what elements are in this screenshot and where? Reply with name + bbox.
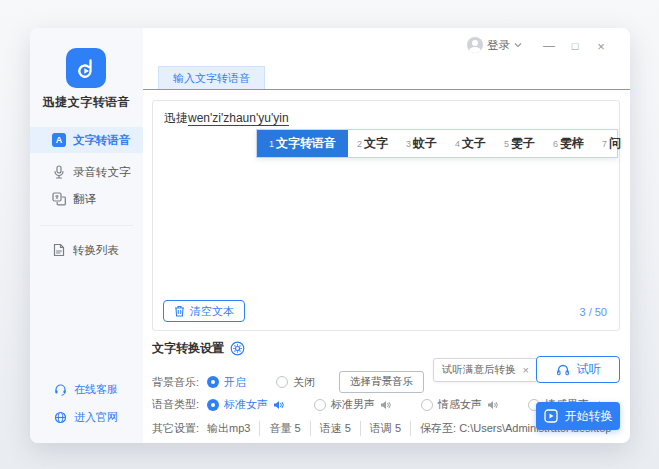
bgm-option-on[interactable]: 开启 [207, 375, 246, 390]
bgm-option-off[interactable]: 关闭 [276, 375, 315, 390]
candidate-text: 文字转语音 [276, 135, 336, 152]
sidebar-item-label: 转换列表 [73, 243, 119, 258]
sidebar-link-customer-service[interactable]: 在线客服 [30, 378, 143, 400]
candidate-index: 6 [553, 139, 558, 149]
sidebar-link-official-site[interactable]: 进入官网 [30, 406, 143, 428]
app-title: 迅捷文字转语音 [30, 94, 143, 111]
voice-option-emotional-female[interactable]: 情感女声 [421, 397, 498, 412]
close-button[interactable]: × [592, 37, 610, 55]
globe-icon [54, 411, 67, 424]
candidate-index: 2 [357, 139, 362, 149]
microphone-icon [52, 165, 66, 179]
listen-button[interactable]: 试听 [536, 356, 620, 383]
ime-candidate[interactable]: 6 雯梓 [544, 130, 593, 157]
chevron-down-icon [514, 42, 522, 48]
sidebar-item-label: 文字转语音 [73, 133, 131, 148]
play-icon [544, 409, 558, 423]
avatar [467, 37, 483, 53]
ime-candidate[interactable]: 7 问 [593, 130, 630, 157]
ime-composition: wen'zi'zhaun'yu'yin [188, 111, 289, 126]
convert-list-icon [52, 243, 66, 257]
candidate-text: 雯子 [511, 135, 535, 152]
sidebar-link-label: 进入官网 [74, 410, 118, 425]
sidebar: 迅捷文字转语音 A 文字转语音 录音转文字 翻译 [30, 28, 143, 443]
editor-text: 迅捷wen'zi'zhaun'yu'yin [164, 110, 289, 127]
output-format-value: 输出mp3 [207, 421, 250, 436]
voice-option-standard-male[interactable]: 标准男声 [314, 397, 391, 412]
pitch-value: 语调 5 [360, 421, 401, 436]
text-to-speech-icon: A [52, 133, 66, 147]
candidate-text: 蚊子 [413, 135, 437, 152]
candidate-text: 文子 [462, 135, 486, 152]
ime-candidate[interactable]: 3 蚊子 [397, 130, 446, 157]
ime-candidate-window: 1 文字转语音 2 文字 3 蚊子 4 文子 5 雯子 6 雯梓 [256, 129, 618, 158]
ime-candidate[interactable]: 4 文子 [446, 130, 495, 157]
choose-bgm-button[interactable]: 选择背景音乐 [339, 371, 424, 393]
settings-title: 文字转换设置 [152, 340, 224, 357]
candidate-index: 1 [269, 139, 274, 149]
sidebar-divider [40, 225, 133, 226]
bgm-row: 背景音乐: 开启 关闭 选择背景音乐 [152, 371, 424, 393]
candidate-text: 雯梓 [560, 135, 584, 152]
voice-label: 语音类型: [152, 397, 199, 412]
titlebar: 登录 — □ × [143, 28, 630, 62]
convert-button-label: 开始转换 [565, 408, 613, 425]
candidate-text: 问 [609, 135, 621, 152]
volume-value: 音量 5 [259, 421, 300, 436]
voice-option-standard-female[interactable]: 标准女声 [207, 397, 284, 412]
char-counter: 3 / 50 [579, 306, 607, 318]
radio-on-icon[interactable] [207, 399, 219, 411]
sidebar-item-speech-to-text[interactable]: 录音转文字 [30, 159, 143, 185]
radio-off-icon[interactable] [421, 399, 433, 411]
clear-text-label: 清空文本 [190, 304, 234, 319]
sidebar-item-label: 翻译 [73, 192, 96, 207]
sidebar-item-translate[interactable]: 翻译 [30, 186, 143, 212]
sidebar-item-label: 录音转文字 [73, 165, 131, 180]
text-editor[interactable]: 迅捷wen'zi'zhaun'yu'yin 1 文字转语音 2 文字 3 蚊子 … [152, 100, 620, 331]
tooltip-text: 试听满意后转换 [442, 363, 516, 377]
trash-icon [174, 305, 185, 317]
ime-candidate[interactable]: 1 文字转语音 [257, 130, 348, 157]
candidate-index: 7 [602, 139, 607, 149]
speaker-icon [273, 400, 284, 410]
translate-icon [52, 192, 66, 206]
typed-text: 迅捷 [164, 111, 188, 125]
tooltip-close-icon[interactable]: × [523, 364, 529, 376]
login-button[interactable]: 登录 [467, 37, 522, 53]
maximize-button[interactable]: □ [566, 37, 584, 55]
clear-text-button[interactable]: 清空文本 [163, 300, 245, 322]
candidate-index: 4 [455, 139, 460, 149]
gear-icon[interactable] [230, 341, 245, 356]
speaker-icon [380, 400, 391, 410]
login-label: 登录 [487, 38, 510, 53]
listen-tooltip: 试听满意后转换 × [433, 358, 538, 382]
speed-value: 语速 5 [310, 421, 351, 436]
sidebar-link-label: 在线客服 [74, 382, 118, 397]
app-logo-icon [66, 48, 106, 88]
tab-input-text-to-speech[interactable]: 输入文字转语音 [158, 66, 265, 89]
other-settings-label: 其它设置: [152, 421, 199, 436]
bgm-label: 背景音乐: [152, 375, 199, 390]
tab-bar: 输入文字转语音 [143, 62, 630, 90]
radio-on-icon[interactable] [207, 376, 219, 388]
headset-icon [54, 383, 67, 396]
app-window: 迅捷文字转语音 A 文字转语音 录音转文字 翻译 [30, 28, 630, 443]
ime-candidate[interactable]: 5 雯子 [495, 130, 544, 157]
sidebar-item-text-to-speech[interactable]: A 文字转语音 [30, 127, 143, 153]
candidate-text: 文字 [364, 135, 388, 152]
radio-off-icon[interactable] [314, 399, 326, 411]
radio-off-icon[interactable] [276, 376, 288, 388]
ime-candidate[interactable]: 2 文字 [348, 130, 397, 157]
listen-button-label: 试听 [577, 361, 601, 378]
candidate-index: 3 [406, 139, 411, 149]
sidebar-item-convert-list[interactable]: 转换列表 [30, 237, 143, 263]
speaker-icon [487, 400, 498, 410]
headphones-icon [556, 363, 570, 376]
settings-title-row: 文字转换设置 [152, 340, 245, 357]
candidate-index: 5 [504, 139, 509, 149]
minimize-button[interactable]: — [540, 37, 558, 55]
start-convert-button[interactable]: 开始转换 [536, 402, 620, 430]
